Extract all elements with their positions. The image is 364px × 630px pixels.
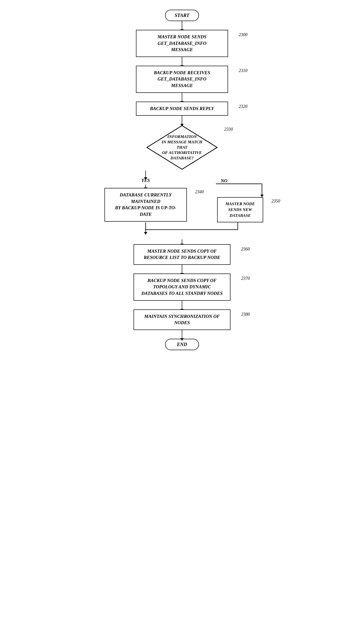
ref-2330: 2330 [224,127,233,132]
arrow-yes2 [145,184,146,188]
arrow-7 [182,330,182,339]
arrow-4 [182,116,182,124]
node-2340-text: DATABASE CURRENTLY MAINTAINEDBY BACKUP N… [115,192,176,217]
node-2350: MASTER NODE SENDS NEWDATABASE [217,197,263,222]
node-2360: MASTER NODE SENDS COPY OFRESOURCE LIST T… [133,244,231,265]
arrow-6 [182,301,182,310]
node-2300-text: MASTER NODE SENDSGET_DATABASE_INFOMESSAG… [158,34,206,52]
arrow-1 [182,21,182,30]
start-label: START [174,12,189,18]
node-2380: MAINTAIN SYNCHRONIZATION OFNODES [133,310,231,330]
node-2330-text: INFORMATIONIN MESSAGE MATCH THATOF AUTHO… [158,134,206,161]
node-2300: MASTER NODE SENDSGET_DATABASE_INFOMESSAG… [136,30,228,57]
arrow-merge [182,239,182,244]
ref-2360: 2360 [241,246,250,252]
arrow-3 [182,93,182,102]
node-2360-text: MASTER NODE SENDS COPY OFRESOURCE LIST T… [144,248,220,260]
node-2320: BACKUP NODE SENDS REPLY [136,102,228,116]
arrow-yes [145,170,146,178]
node-2330: INFORMATIONIN MESSAGE MATCH THATOF AUTHO… [146,124,218,170]
arrow-2 [182,57,182,66]
node-2340: DATABASE CURRENTLY MAINTAINEDBY BACKUP N… [104,188,187,222]
node-2370-text: BACKUP NODE SENDS COPY OFTOPOLOGY AND DY… [141,278,222,296]
node-2320-text: BACKUP NODE SENDS REPLY [150,106,214,111]
flowchart: START MASTER NODE SENDSGET_DATABASE_INFO… [85,10,279,350]
ref-2300: 2300 [239,32,247,37]
ref-2310: 2310 [239,68,247,73]
ref-2380: 2380 [241,312,250,317]
start-node: START [165,10,199,21]
ref-2320: 2320 [239,104,247,109]
ref-2370: 2370 [241,276,250,281]
node-2310: BACKUP NODE RECEIVESGET_DATABASE_INFOMES… [136,66,228,93]
node-2380-text: MAINTAIN SYNCHRONIZATION OFNODES [144,314,220,326]
node-2370: BACKUP NODE SENDS COPY OFTOPOLOGY AND DY… [133,274,231,301]
no-label: NO [221,178,227,184]
svg-marker-3 [260,195,264,197]
ref-2350: 2350 [271,198,280,204]
node-2350-text: MASTER NODE SENDS NEWDATABASE [225,202,255,218]
ref-2340: 2340 [195,190,204,194]
arrow-5 [182,265,182,274]
node-2310-text: BACKUP NODE RECEIVESGET_DATABASE_INFOMES… [154,70,210,88]
end-label: END [177,342,187,347]
